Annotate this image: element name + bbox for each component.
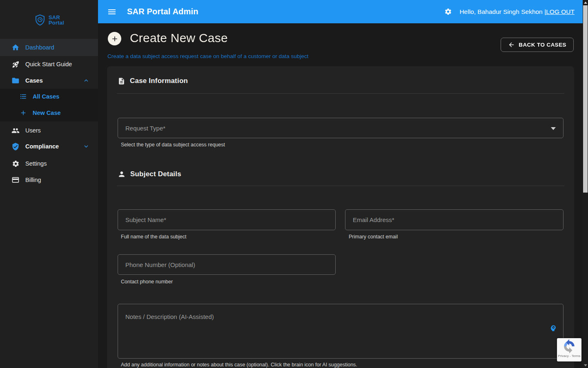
sidebar-item-compliance[interactable]: Compliance (0, 138, 98, 155)
sidebar-item-label: Cases (25, 77, 43, 84)
subject-name-input[interactable] (118, 210, 335, 230)
sidebar-item-label: Settings (25, 160, 47, 167)
case-information-heading: Case Information (118, 77, 188, 85)
back-button-label: BACK TO CASES (519, 42, 566, 48)
sidebar-item-users[interactable]: Users (0, 122, 98, 139)
phone-field-wrap (118, 254, 336, 275)
gear-icon (11, 159, 20, 168)
app-title: SAR Portal Admin (127, 7, 198, 16)
add-circle-icon (108, 32, 121, 45)
shield-check-icon (11, 142, 20, 150)
subject-name-helper: Full name of the data subject (121, 234, 187, 240)
sidebar-item-label: Billing (25, 177, 41, 183)
recaptcha-badge[interactable]: Privacy - Terms (557, 338, 581, 361)
notes-field-wrap (118, 304, 564, 359)
back-to-cases-button[interactable]: BACK TO CASES (501, 38, 574, 52)
section-title: Subject Details (130, 170, 181, 178)
dropdown-arrow-icon (551, 127, 556, 130)
sidebar-item-label: Users (25, 127, 41, 134)
menu-icon[interactable] (107, 7, 117, 17)
list-icon (20, 93, 28, 101)
scrollbar-down-arrow[interactable] (583, 363, 588, 368)
user-greeting: Hello, Bahadur Singh Sekhon (459, 8, 542, 15)
sidebar-item-settings[interactable]: Settings (0, 155, 98, 172)
recaptcha-privacy-terms[interactable]: Privacy - Terms (558, 354, 581, 358)
request-type-helper: Select the type of data subject access r… (121, 142, 225, 148)
person-icon (118, 170, 126, 178)
folder-icon (11, 76, 20, 85)
shield-clock-logo-icon (34, 14, 46, 26)
plus-icon (20, 109, 28, 117)
create-case-form-card: Case Information Request Type* Select th… (107, 66, 574, 368)
notes-helper: Add any additional information or notes … (121, 362, 357, 368)
sidebar-item-dashboard[interactable]: Dashboard (0, 39, 98, 56)
scrollbar-thumb[interactable] (583, 5, 588, 193)
sidebar-item-label: All Cases (33, 93, 59, 100)
notes-textarea[interactable] (118, 304, 563, 358)
divider (117, 186, 564, 186)
sidebar-item-billing[interactable]: Billing (0, 172, 98, 188)
page-subtitle: Create a data subject access request cas… (107, 53, 308, 59)
subject-name-field-wrap (118, 209, 336, 230)
logo-line2: Portal (49, 20, 64, 25)
users-icon (11, 126, 20, 135)
arrow-back-icon (508, 41, 515, 48)
credit-card-icon (11, 176, 20, 184)
sidebar-item-label: Quick Start Guide (25, 61, 72, 67)
email-input[interactable] (345, 210, 563, 230)
email-field-wrap (345, 209, 564, 230)
request-type-label: Request Type* (125, 125, 165, 132)
email-helper: Primary contact email (349, 234, 398, 240)
logout-link[interactable]: |LOG OUT (544, 8, 575, 15)
subject-details-heading: Subject Details (118, 170, 181, 178)
cases-submenu: All Cases New Case (0, 89, 98, 121)
phone-input[interactable] (118, 255, 335, 274)
request-type-select[interactable]: Request Type* (118, 118, 564, 138)
divider (117, 93, 564, 94)
section-title: Case Information (130, 77, 188, 85)
chevron-up-icon (82, 77, 90, 84)
settings-gear-icon[interactable] (444, 8, 452, 16)
rocket-icon (11, 60, 20, 68)
sidebar-item-label: Dashboard (25, 44, 54, 51)
sidebar: SAR Portal Dashboard Quick Start Guide C… (0, 0, 98, 368)
sidebar-item-new-case[interactable]: New Case (0, 105, 98, 121)
home-icon (11, 43, 20, 52)
scrollbar (583, 0, 588, 368)
chevron-down-icon (82, 143, 90, 150)
page-title: Create New Case (130, 31, 228, 45)
ai-brain-icon[interactable] (548, 323, 558, 333)
sidebar-item-all-cases[interactable]: All Cases (0, 89, 98, 105)
scrollbar-up-arrow[interactable] (583, 0, 588, 5)
document-icon (118, 77, 125, 85)
sidebar-item-cases[interactable]: Cases (0, 72, 98, 89)
top-app-bar: SAR Portal Admin Hello, Bahadur Singh Se… (98, 0, 583, 23)
sidebar-item-quick-start-guide[interactable]: Quick Start Guide (0, 56, 98, 72)
sidebar-item-label: Compliance (25, 143, 59, 150)
recaptcha-logo-icon (562, 339, 577, 354)
sidebar-item-label: New Case (33, 110, 61, 116)
app-logo: SAR Portal (0, 14, 98, 26)
phone-helper: Contact phone number (121, 279, 173, 285)
